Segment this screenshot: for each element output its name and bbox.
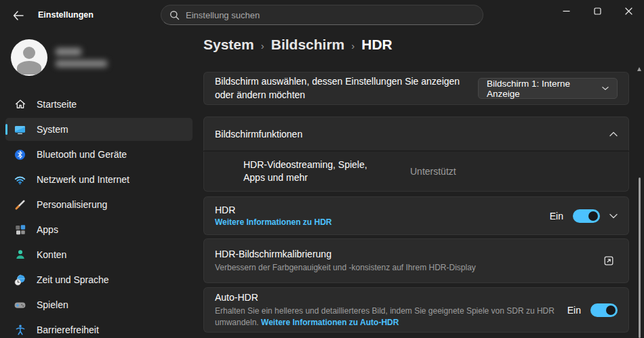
sidebar-item-label: Barrierefreiheit (37, 324, 99, 335)
settings-window: Einstellungen (0, 0, 644, 338)
auto-hdr-state-label: Ein (567, 305, 581, 316)
sidebar-item-spielen[interactable]: Spielen (5, 293, 193, 316)
accessibility-icon (14, 324, 26, 337)
avatar (11, 39, 47, 76)
hdr-support-label: HDR-Videostreaming, Spiele, Apps und meh… (243, 159, 372, 184)
bluetooth-icon (14, 148, 26, 161)
home-icon (14, 98, 26, 111)
breadcrumb-hdr: HDR (361, 37, 393, 53)
monitor-icon (14, 123, 26, 136)
breadcrumb: System › Bildschirm › HDR (203, 37, 393, 53)
auto-hdr-title: Auto-HDR (215, 292, 567, 303)
hdr-support-row: HDR-Videostreaming, Spiele, Apps und meh… (203, 152, 629, 192)
brush-icon (14, 198, 26, 211)
sidebar-item-label: Startseite (37, 99, 77, 110)
sidebar-item-zeit-sprache[interactable]: Zeit und Sprache (5, 268, 193, 291)
display-select-value: Bildschirm 1: Interne Anzeige (487, 79, 594, 99)
wifi-icon (14, 173, 26, 186)
breadcrumb-system[interactable]: System (203, 37, 254, 53)
hdr-support-value: Unterstützt (410, 166, 456, 177)
chevron-down-icon[interactable] (609, 213, 618, 219)
hdr-state-label: Ein (550, 211, 563, 221)
sidebar-item-label: System (37, 124, 68, 135)
sidebar-item-label: Spielen (37, 299, 68, 310)
auto-hdr-toggle[interactable] (590, 303, 618, 317)
sidebar-nav: Startseite System (3, 91, 195, 338)
gamepad-icon (14, 299, 26, 312)
hdr-calibration-card[interactable]: HDR-Bildschirmkalibrierung Verbessern de… (203, 238, 629, 283)
sidebar-item-label: Konten (37, 249, 66, 260)
sidebar-item-label: Personalisierung (37, 199, 107, 210)
auto-hdr-card: Auto-HDR Erhalten Sie ein helleres und d… (203, 287, 629, 333)
sidebar-item-konten[interactable]: Konten (5, 243, 193, 266)
breadcrumb-separator: › (261, 39, 264, 51)
display-features-header[interactable]: Bildschirmfunktionen (203, 117, 629, 151)
scrollbar-thumb[interactable] (639, 177, 641, 338)
back-arrow-icon (13, 11, 24, 20)
breadcrumb-separator: › (351, 39, 355, 51)
sidebar-item-apps[interactable]: Apps (5, 218, 193, 241)
display-features-title: Bildschirmfunktionen (215, 129, 302, 140)
search-box[interactable] (161, 5, 483, 25)
calibration-title: HDR-Bildschirmkalibrierung (215, 249, 476, 259)
sidebar-item-label: Zeit und Sprache (37, 274, 109, 285)
external-link-button[interactable] (600, 252, 618, 270)
display-select-card: Bildschirm auswählen, dessen Einstellung… (203, 72, 629, 105)
sidebar-item-label: Bluetooth und Geräte (37, 149, 127, 160)
display-select-label: Bildschirm auswählen, dessen Einstellung… (215, 75, 478, 102)
user-name-redacted (56, 48, 107, 67)
sidebar-item-barrierefreiheit[interactable]: Barrierefreiheit (5, 318, 193, 338)
search-icon (169, 10, 180, 20)
sidebar-item-startseite[interactable]: Startseite (5, 93, 193, 116)
hdr-toggle[interactable] (573, 209, 600, 223)
calibration-subtitle: Verbessern der Farbgenauigkeit und -kons… (215, 262, 476, 273)
close-icon (625, 7, 632, 15)
user-profile[interactable] (11, 39, 107, 76)
external-link-icon (604, 256, 613, 266)
titlebar: Einstellungen (0, 0, 644, 30)
sidebar-item-bluetooth[interactable]: Bluetooth und Geräte (5, 143, 193, 166)
auto-hdr-info-link[interactable]: Weitere Informationen zu Auto-HDR (261, 318, 399, 327)
app-title: Einstellungen (38, 10, 94, 20)
sidebar: Startseite System (0, 30, 198, 338)
sidebar-item-label: Apps (37, 224, 58, 235)
window-controls (550, 0, 644, 22)
hdr-card: HDR Weitere Informationen zu HDR Ein (203, 196, 629, 235)
display-select-dropdown[interactable]: Bildschirm 1: Interne Anzeige (478, 78, 618, 99)
scrollbar-up-arrow[interactable] (637, 66, 642, 72)
apps-icon (14, 224, 26, 236)
back-button[interactable] (8, 7, 28, 24)
person-icon (14, 249, 26, 261)
settings-content: Bildschirm auswählen, dessen Einstellung… (203, 65, 629, 338)
maximize-button[interactable] (582, 0, 613, 22)
sidebar-item-label: Netzwerk und Internet (37, 174, 129, 185)
sidebar-item-personalisierung[interactable]: Personalisierung (5, 193, 193, 216)
minimize-icon (563, 7, 570, 15)
minimize-button[interactable] (550, 0, 582, 22)
close-button[interactable] (613, 0, 644, 22)
sidebar-item-system[interactable]: System (5, 118, 193, 141)
hdr-info-link[interactable]: Weitere Informationen zu HDR (215, 217, 331, 227)
hdr-title: HDR (215, 205, 331, 215)
search-input[interactable] (186, 10, 475, 20)
clock-globe-icon (14, 274, 26, 287)
maximize-icon (594, 7, 601, 15)
chevron-up-icon[interactable] (609, 131, 618, 137)
sidebar-item-netzwerk[interactable]: Netzwerk und Internet (5, 168, 193, 191)
breadcrumb-bildschirm[interactable]: Bildschirm (271, 37, 345, 53)
scrollbar (637, 65, 642, 338)
chevron-down-icon (602, 86, 609, 91)
